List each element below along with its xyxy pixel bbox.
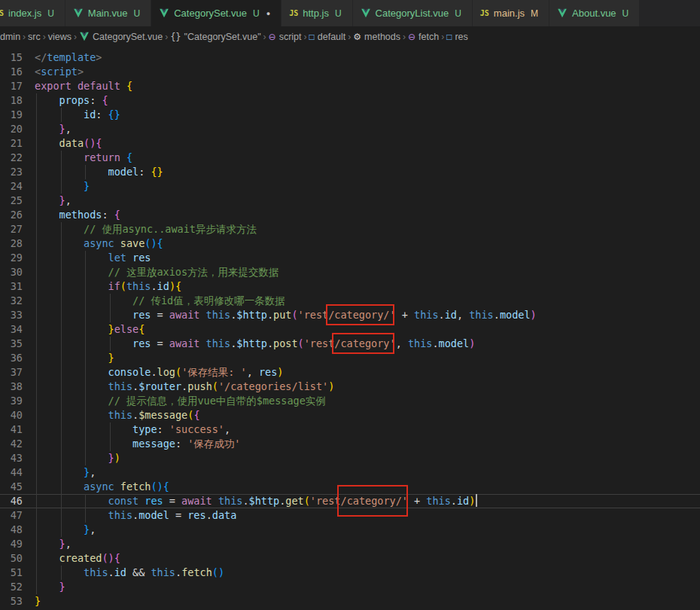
code-line[interactable]: 48 }, (0, 523, 700, 537)
code-text: const res = await this.$http.get('rest/c… (35, 494, 700, 508)
breadcrumb-item-default[interactable]: □default (309, 32, 346, 42)
code-line[interactable]: 16<script> (0, 65, 700, 79)
code-line[interactable]: 50 created(){ (0, 551, 700, 566)
indent-guide (61, 494, 62, 508)
dirty-indicator[interactable]: ● (266, 10, 270, 17)
code-line[interactable]: 39 // 提示信息，使用vue中自带的$message实例 (0, 394, 700, 408)
git-status-badge: U (47, 8, 54, 19)
code-line[interactable]: 52 } (0, 580, 700, 594)
tab-CategorySet.vue[interactable]: CategorySet.vueU● (151, 0, 282, 26)
code-line[interactable]: 27 // 使用async..await异步请求方法 (0, 222, 700, 236)
code-line[interactable]: 34 }else{ (0, 322, 700, 337)
indent-guide (61, 365, 62, 380)
code-line[interactable]: 40 this.$message({ (0, 408, 700, 422)
code-line[interactable]: 45 async fetch(){ (0, 480, 700, 494)
breadcrumb-item-dmin[interactable]: dmin (0, 32, 20, 42)
line-number: 16 (0, 65, 35, 79)
breadcrumb-item-views[interactable]: views (48, 32, 72, 42)
indent-guide (36, 480, 37, 494)
breadcrumb-label: views (48, 32, 72, 42)
code-line[interactable]: 26 methods: { (0, 208, 700, 222)
indent-guide (36, 494, 37, 508)
code-line[interactable]: 38 this.$router.push('/categories/list') (0, 380, 700, 394)
indent-guide (85, 279, 86, 294)
code-text: this.model = res.data (35, 508, 700, 523)
code-line[interactable]: 30 // 这里放axios方法，用来提交数据 (0, 265, 700, 279)
breadcrumb-item-script[interactable]: ⊖script (269, 32, 302, 42)
code-line[interactable]: 22 return { (0, 151, 700, 165)
breadcrumb-item-categoryset.vue[interactable]: {}"CategorySet.vue" (170, 32, 260, 42)
tab-http.js[interactable]: JShttp.jsU (282, 0, 352, 26)
code-line[interactable]: 44 }, (0, 465, 700, 480)
code-line[interactable]: 31 if(this.id){ (0, 279, 700, 294)
code-line[interactable]: 18 props: { (0, 93, 700, 108)
tab-CategoryList.vue[interactable]: CategoryList.vueU (353, 0, 473, 26)
line-number: 29 (0, 251, 35, 265)
code-line[interactable]: 19 id: {} (0, 108, 700, 122)
code-line[interactable]: 15</template> (0, 50, 700, 65)
code-line[interactable]: 53} (0, 594, 700, 608)
code-line[interactable]: 17export default { (0, 79, 700, 93)
code-text: export default { (35, 79, 700, 93)
indent-guide (61, 422, 62, 437)
code-line[interactable]: 20 }, (0, 122, 700, 136)
code-line[interactable]: 33 res = await this.$http.put('rest/cate… (0, 308, 700, 322)
breadcrumb-item-res[interactable]: □res (446, 32, 468, 42)
breadcrumb-separator: › (441, 32, 444, 42)
indent-guide (110, 308, 111, 322)
code-line[interactable]: 29 let res (0, 251, 700, 265)
code-line[interactable]: 35 res = await this.$http.post('rest/cat… (0, 337, 700, 351)
tab-main.js[interactable]: JSmain.jsM (473, 0, 549, 26)
indent-guide (36, 380, 37, 394)
code-text: async fetch(){ (35, 480, 700, 494)
indent-guide (85, 308, 86, 322)
code-text: id: {} (35, 108, 700, 122)
breadcrumb-label: default (318, 32, 346, 42)
breadcrumb-item-methods[interactable]: ⚙methods (353, 32, 400, 42)
code-line[interactable]: 32 // 传id值，表明修改哪一条数据 (0, 294, 700, 308)
tab-About.vue[interactable]: About.vueU (549, 0, 640, 26)
indent-guide (36, 422, 37, 437)
code-line[interactable]: 25 }, (0, 194, 700, 208)
line-number: 18 (0, 93, 35, 108)
indent-guide (61, 337, 62, 351)
symbol-field-icon: □ (446, 32, 452, 41)
code-line[interactable]: 51 this.id && this.fetch() (0, 566, 700, 580)
breadcrumb-item-categoryset.vue[interactable]: CategorySet.vue (79, 32, 163, 42)
code-text: }else{ (35, 322, 700, 337)
code-line[interactable]: 24 } (0, 179, 700, 194)
code-line[interactable]: 37 console.log('保存结果: ', res) (0, 365, 700, 380)
tab-Main.vue[interactable]: Main.vueU (65, 0, 151, 26)
indent-guide (61, 351, 62, 365)
git-status-badge: M (531, 8, 538, 19)
breadcrumb-item-fetch[interactable]: ⊖fetch (408, 32, 439, 42)
code-text: model: {} (35, 165, 700, 179)
indent-guide (61, 165, 62, 179)
indent-guide (85, 451, 86, 465)
indent-guide (36, 236, 37, 251)
line-number: 24 (0, 179, 35, 194)
code-line[interactable]: 41 type: 'success', (0, 422, 700, 437)
breadcrumb-label: "CategorySet.vue" (184, 32, 261, 42)
indent-guide (36, 151, 37, 165)
indent-guide (36, 465, 37, 480)
line-number: 36 (0, 351, 35, 365)
indent-guide (61, 322, 62, 337)
indent-guide (61, 566, 62, 580)
indent-guide (61, 265, 62, 279)
code-line[interactable]: 49 }, (0, 537, 700, 551)
code-line[interactable]: 47 this.model = res.data (0, 508, 700, 523)
tab-label: http.js (303, 8, 329, 19)
code-line[interactable]: 28 async save(){ (0, 236, 700, 251)
code-line[interactable]: 43 }) (0, 451, 700, 465)
code-line[interactable]: 46 const res = await this.$http.get('res… (0, 494, 700, 508)
code-line[interactable]: 42 message: '保存成功' (0, 437, 700, 451)
code-line[interactable]: 36 } (0, 351, 700, 365)
code-line[interactable]: 21 data(){ (0, 136, 700, 151)
indent-guide (85, 365, 86, 380)
code-text: message: '保存成功' (35, 437, 700, 451)
breadcrumb-item-src[interactable]: src (28, 32, 41, 42)
tab-index.js[interactable]: JSindex.jsU (0, 0, 65, 26)
code-line[interactable]: 23 model: {} (0, 165, 700, 179)
line-number: 17 (0, 79, 35, 93)
